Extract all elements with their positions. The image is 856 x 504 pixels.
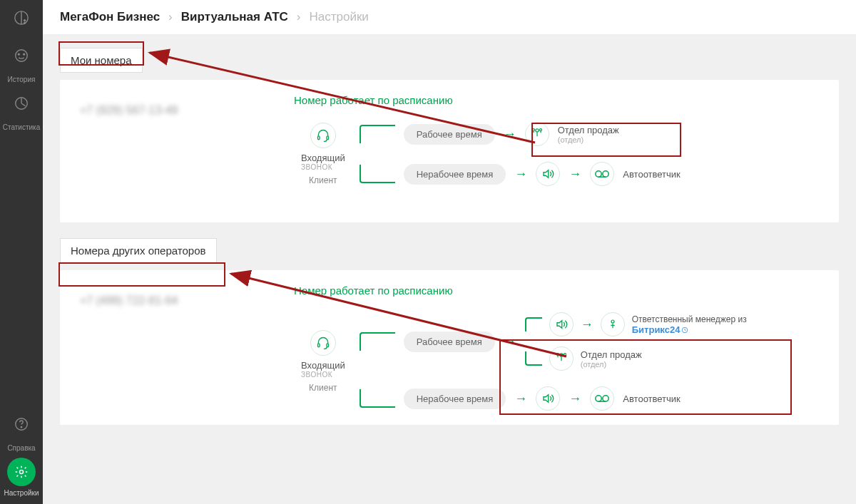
- voicemail-icon[interactable]: [590, 162, 614, 186]
- logo: [0, 0, 43, 36]
- sound-icon[interactable]: [536, 386, 560, 411]
- number-card: +7 (499) 722-81-64 Номер работает по рас…: [60, 270, 839, 425]
- nonwork-time-branch: Нерабочее время → → Автоответчик: [360, 162, 681, 186]
- sidebar-label-settings: Настройки: [4, 489, 39, 497]
- sound-icon[interactable]: [536, 162, 560, 186]
- schedule-title: Номер работает по расписанию: [294, 94, 819, 106]
- svg-point-22: [560, 354, 563, 356]
- sidebar-item-help[interactable]: [0, 404, 43, 444]
- person-icon[interactable]: [601, 312, 625, 336]
- bitrix-logo: Битрикс24: [632, 324, 689, 335]
- svg-rect-11: [327, 136, 329, 140]
- headset-icon: [310, 330, 336, 356]
- section-my-numbers[interactable]: Мои номера: [60, 48, 143, 73]
- sidebar-label-stats: Статистика: [3, 123, 41, 131]
- dest-responsible: Ответственный менеджер из: [632, 314, 747, 324]
- arrow-right-icon: →: [504, 334, 516, 349]
- work-time-branch: Рабочее время → →: [360, 312, 747, 371]
- sidebar: История Статистика Справка Настройки: [0, 0, 43, 504]
- svg-point-8: [21, 426, 21, 427]
- arrow-right-icon: →: [514, 167, 527, 182]
- dest-sales: Отдел продаж: [581, 349, 642, 360]
- svg-point-24: [564, 354, 566, 356]
- schedule-title: Номер работает по расписанию: [294, 284, 819, 297]
- arrow-right-icon: →: [504, 127, 516, 142]
- chevron-right-icon: ›: [168, 10, 173, 24]
- svg-rect-18: [317, 344, 320, 347]
- breadcrumb-leaf: Настройки: [309, 10, 368, 24]
- svg-point-9: [19, 470, 23, 474]
- sidebar-label-history: История: [8, 76, 36, 83]
- breadcrumb: МегаФон Бизнес › Виртуальная АТС › Настр…: [43, 0, 856, 35]
- chevron-right-icon: ›: [297, 10, 301, 24]
- sidebar-item-settings[interactable]: [7, 458, 36, 486]
- breadcrumb-mid[interactable]: Виртуальная АТС: [181, 10, 288, 24]
- nonwork-time-branch: Нерабочее время → → Автоответчик: [360, 386, 747, 411]
- arrow-right-icon: →: [569, 391, 581, 406]
- svg-point-4: [18, 53, 19, 55]
- svg-rect-19: [327, 344, 329, 347]
- department-icon[interactable]: [525, 122, 549, 146]
- work-time-branch: Рабочее время → Отдел продаж (отдел): [360, 122, 681, 146]
- svg-point-25: [596, 396, 601, 401]
- sidebar-label-help: Справка: [7, 444, 35, 452]
- nonwork-time-pill[interactable]: Нерабочее время: [404, 164, 506, 185]
- phone-number[interactable]: +7 (929) 567-13-49: [80, 104, 265, 117]
- svg-point-3: [16, 50, 28, 62]
- incoming-label: Входящий: [301, 360, 345, 371]
- dest-sales-sub: (отдел): [581, 360, 642, 369]
- svg-point-2: [24, 22, 26, 24]
- incoming-sub: звонок: [301, 371, 345, 379]
- voicemail-icon[interactable]: [590, 386, 614, 411]
- client-label: Клиент: [309, 383, 337, 393]
- arrow-right-icon: →: [581, 317, 593, 332]
- incoming-sub: звонок: [301, 163, 345, 171]
- breadcrumb-root[interactable]: МегаФон Бизнес: [60, 10, 160, 24]
- svg-point-13: [532, 129, 534, 131]
- dest-answering: Автоответчик: [623, 394, 680, 404]
- svg-point-20: [611, 320, 614, 323]
- work-time-pill[interactable]: Рабочее время: [404, 124, 495, 145]
- phone-number[interactable]: +7 (499) 722-81-64: [80, 294, 265, 307]
- svg-point-15: [596, 171, 601, 177]
- sound-icon[interactable]: [549, 312, 574, 336]
- number-card: +7 (929) 567-13-49 Номер работает по рас…: [60, 80, 839, 222]
- department-icon[interactable]: [549, 346, 574, 371]
- main-content: МегаФон Бизнес › Виртуальная АТС › Настр…: [43, 0, 856, 504]
- sidebar-item-stats[interactable]: [0, 83, 43, 123]
- dest-sales: Отдел продаж: [558, 125, 619, 135]
- svg-point-16: [603, 171, 608, 177]
- incoming-label: Входящий: [301, 153, 345, 163]
- sidebar-item-history[interactable]: [0, 36, 43, 76]
- dest-answering: Автоответчик: [623, 169, 680, 180]
- arrow-right-icon: →: [514, 391, 527, 406]
- svg-point-5: [24, 53, 25, 55]
- client-label: Клиент: [309, 175, 337, 185]
- section-other-operators[interactable]: Номера других операторов: [60, 238, 217, 263]
- nonwork-time-pill[interactable]: Нерабочее время: [404, 389, 506, 409]
- arrow-right-icon: →: [569, 167, 581, 182]
- headset-icon: [310, 123, 336, 148]
- svg-point-12: [536, 129, 539, 132]
- svg-point-1: [24, 20, 26, 21]
- dest-sales-sub: (отдел): [558, 135, 619, 144]
- svg-point-26: [603, 396, 608, 401]
- svg-point-23: [556, 354, 559, 356]
- svg-point-14: [539, 129, 541, 131]
- svg-rect-10: [317, 136, 320, 140]
- work-time-pill[interactable]: Рабочее время: [404, 331, 495, 352]
